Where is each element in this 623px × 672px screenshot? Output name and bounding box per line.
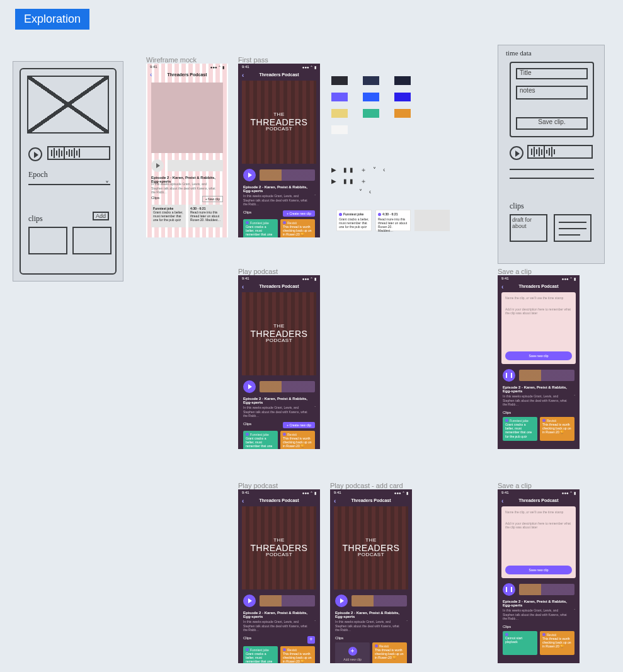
artboard-label: Save a clip: [498, 482, 532, 489]
clip-name-input[interactable]: Name the clip, or we'll use the time sta…: [505, 296, 572, 305]
chevron-down-icon[interactable]: ˅: [314, 194, 316, 198]
clip-card-samples: Funniest jokeGrant cracks a belter, must…: [336, 210, 450, 231]
sketch-label-clips: clips: [28, 214, 43, 224]
sketch-label-epoch: Epoch: [28, 170, 48, 179]
clip-card[interactable]: Funniest jokeGrant cracks a belter, must…: [151, 205, 186, 227]
clip-card[interactable]: RevisitThis thread is worth checking bac…: [540, 417, 574, 441]
artboard-label: First pass: [238, 56, 268, 64]
play-button[interactable]: [243, 380, 256, 393]
clip-card-empty[interactable]: [414, 210, 450, 231]
clip-desc-input[interactable]: Add in your description here to remember…: [505, 521, 572, 547]
clip-name-input[interactable]: Name the clip, or we'll use the time sta…: [505, 510, 572, 519]
episode-description: In this weeks episode Grant, Lewis, and …: [238, 194, 320, 207]
swatch[interactable]: [363, 76, 379, 85]
play-button[interactable]: [151, 159, 164, 172]
waveform[interactable]: [168, 160, 223, 171]
swatch[interactable]: [394, 109, 411, 118]
artboard-label: Play podcast: [238, 268, 278, 275]
swatch[interactable]: [363, 109, 379, 118]
clip-card[interactable]: Funniest jokeGrant cracks a belter, must…: [336, 210, 372, 231]
sketch-label: clips: [510, 202, 524, 211]
artboard-wireframe[interactable]: 9:41●●● ⌃ ▮ ‹ Threaders Podcast Episode …: [146, 64, 228, 237]
clip-card-error[interactable]: Cannot start playback: [503, 631, 537, 655]
artboard-label: Wireframe mock: [146, 56, 197, 64]
waveform[interactable]: [260, 169, 315, 181]
episode-description: In this weeks episode Grant, Lewis, and …: [151, 182, 215, 195]
swatch[interactable]: [331, 93, 348, 101]
pause-button[interactable]: [503, 369, 515, 382]
sketch-play-icon: [28, 147, 42, 161]
artboard-first-pass[interactable]: 9:41●●● ⌃ ▮ ‹Threaders Podcast THETHREAD…: [238, 64, 320, 237]
nav-title: ‹Threaders Podcast: [238, 71, 320, 78]
status-bar: 9:41●●● ⌃ ▮: [146, 64, 228, 71]
section-badge: Exploration: [15, 9, 89, 30]
plus-icon: +: [348, 647, 357, 656]
sketch-clip-card: draft for about: [510, 214, 547, 242]
swatch[interactable]: [331, 76, 348, 85]
create-clip-button[interactable]: + Create new clip: [283, 422, 315, 428]
back-icon[interactable]: ‹: [242, 283, 244, 290]
new-clip-button[interactable]: + New clip: [202, 196, 223, 202]
episode-title: Episode 2 - Karen, Preist & Rabbits, Egg…: [238, 184, 320, 194]
hero-artwork: THETHREADERSPODCAST: [242, 81, 316, 164]
play-button[interactable]: [243, 595, 256, 607]
status-bar: 9:41●●● ⌃ ▮: [238, 64, 320, 71]
artboard-play-podcast-b[interactable]: 9:41●●● ⌃ ▮ ‹Threaders Podcast THETHREAD…: [238, 489, 320, 663]
artboard-play-podcast[interactable]: 9:41●●● ⌃ ▮ ‹Threaders Podcast THETHREAD…: [238, 275, 320, 449]
back-icon[interactable]: ‹: [242, 72, 244, 79]
hero-image: [151, 83, 223, 153]
artboard-play-add-card[interactable]: 9:41●●● ⌃ ▮ ‹Threaders Podcast THETHREAD…: [330, 489, 412, 663]
clip-card[interactable]: RevisitThis thread is worth checking bac…: [280, 219, 315, 238]
play-button[interactable]: [335, 595, 348, 607]
create-clip-button[interactable]: + Create new clip: [283, 210, 315, 217]
icon-glyphs: ▶ ▮▮ ＋ ˅ ‹ ▶ ▮▮ ＋ ˅ ‹: [331, 166, 387, 198]
sketch-field: Title: [516, 68, 588, 79]
clip-card[interactable]: RevisitThis thread is worth checking bac…: [540, 631, 574, 655]
clip-card[interactable]: RevisitThis thread is worth checking bac…: [280, 646, 315, 664]
color-palette: [331, 76, 411, 142]
clip-card[interactable]: Funniest jokeGrant cracks a belter, must…: [243, 646, 278, 664]
waveform[interactable]: [260, 381, 315, 392]
pause-button[interactable]: [503, 583, 515, 596]
artboard-save-clip[interactable]: 9:41●●● ⌃ ▮ ‹Threaders Podcast Name the …: [498, 275, 580, 449]
sketch-clip-card: [72, 227, 111, 254]
clip-card[interactable]: Funniest jokeGrant cracks a belter, must…: [503, 417, 537, 441]
sketch-right: time data Title notes Save clip. clips d…: [498, 45, 605, 264]
save-clip-button[interactable]: Save new clip: [505, 566, 572, 574]
sketch-label: time data: [506, 49, 532, 57]
clip-card[interactable]: RevisitThis thread is worth checking bac…: [372, 642, 407, 664]
swatch[interactable]: [331, 109, 348, 118]
sketch-waveform: [527, 145, 593, 159]
sketch-left: Epoch ˅ clips Add: [13, 61, 123, 282]
save-clip-form: Name the clip, or we'll use the time sta…: [501, 292, 576, 364]
clip-card[interactable]: 4:30 - 6:21Read more into this thread la…: [188, 205, 223, 227]
sketch-clip-card: [28, 227, 67, 254]
clip-card[interactable]: 4:30 - 6:21Read more into this thread la…: [375, 210, 411, 231]
sketch-play-icon: [510, 146, 523, 160]
sketch-add-button: Add: [93, 212, 109, 220]
add-clip-button[interactable]: +: [307, 636, 315, 644]
sketch-clip-card: [554, 214, 592, 242]
play-button[interactable]: [243, 169, 256, 181]
artboard-label: Play podcast - add card: [330, 482, 403, 489]
swatch[interactable]: [394, 76, 411, 85]
clips-heading: Clips: [243, 210, 251, 217]
swatch[interactable]: [331, 125, 348, 134]
artboard-label: Save a clip: [498, 268, 532, 275]
swatch[interactable]: [394, 93, 411, 101]
clip-card[interactable]: RevisitThis thread is worth checking bac…: [280, 431, 315, 450]
swatch[interactable]: [363, 93, 379, 101]
add-clip-card[interactable]: +Add new clip: [335, 642, 370, 664]
waveform[interactable]: [519, 370, 574, 381]
clip-desc-input[interactable]: Add in your description here to remember…: [505, 307, 572, 333]
sketch-field: notes: [516, 86, 588, 100]
clip-card[interactable]: Funniest jokeGrant cracks a belter, must…: [243, 219, 278, 238]
nav-title: Threaders Podcast: [146, 72, 228, 77]
artboard-save-clip-b[interactable]: 9:41●●● ⌃ ▮ ‹Threaders Podcast Name the …: [498, 489, 580, 663]
clip-card[interactable]: Funniest jokeGrant cracks a belter, must…: [243, 431, 278, 450]
sketch-image-box: [27, 76, 109, 134]
save-clip-button[interactable]: Save new clip: [505, 351, 572, 360]
design-canvas: Epoch ˅ clips Add Wireframe mock 9:41●●●…: [0, 42, 623, 672]
artboard-label: Play podcast: [238, 482, 278, 489]
clips-heading: Clips: [151, 196, 159, 202]
